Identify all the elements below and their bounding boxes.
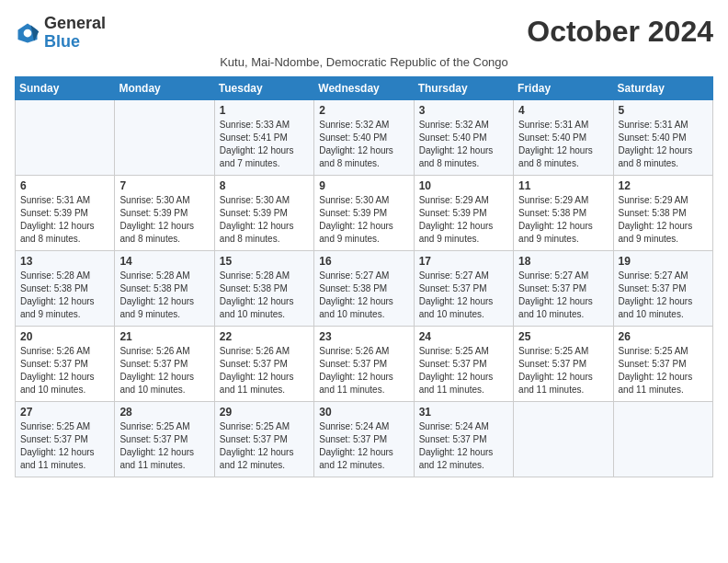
day-number: 21 xyxy=(119,330,209,343)
day-number: 13 xyxy=(20,255,109,268)
day-number: 31 xyxy=(419,406,508,419)
day-info: Sunrise: 5:31 AMSunset: 5:40 PMDaylight:… xyxy=(619,119,708,170)
day-number: 6 xyxy=(20,179,109,192)
calendar-cell: 2Sunrise: 5:32 AMSunset: 5:40 PMDaylight… xyxy=(314,99,414,175)
day-number: 28 xyxy=(119,406,209,419)
day-info: Sunrise: 5:33 AMSunset: 5:41 PMDaylight:… xyxy=(220,119,309,170)
calendar-cell: 15Sunrise: 5:28 AMSunset: 5:38 PMDayligh… xyxy=(214,250,313,326)
title-block: October 2024 xyxy=(527,15,713,49)
calendar-cell: 13Sunrise: 5:28 AMSunset: 5:38 PMDayligh… xyxy=(16,250,115,326)
day-info: Sunrise: 5:25 AMSunset: 5:37 PMDaylight:… xyxy=(119,420,209,472)
logo-general-text: General xyxy=(44,14,106,32)
subtitle: Kutu, Mai-Ndombe, Democratic Republic of… xyxy=(15,55,713,69)
calendar-cell: 11Sunrise: 5:29 AMSunset: 5:38 PMDayligh… xyxy=(514,175,613,250)
day-number: 20 xyxy=(20,330,109,343)
col-tuesday: Tuesday xyxy=(214,76,313,99)
calendar-week-1: 1Sunrise: 5:33 AMSunset: 5:41 PMDaylight… xyxy=(16,99,713,175)
day-number: 25 xyxy=(518,330,608,343)
day-info: Sunrise: 5:24 AMSunset: 5:37 PMDaylight:… xyxy=(319,420,408,472)
day-number: 26 xyxy=(619,330,708,343)
day-info: Sunrise: 5:27 AMSunset: 5:37 PMDaylight:… xyxy=(419,270,508,321)
day-number: 27 xyxy=(20,406,109,419)
calendar-cell: 7Sunrise: 5:30 AMSunset: 5:39 PMDaylight… xyxy=(115,175,214,250)
col-wednesday: Wednesday xyxy=(314,76,414,99)
calendar-week-3: 13Sunrise: 5:28 AMSunset: 5:38 PMDayligh… xyxy=(16,250,713,326)
day-info: Sunrise: 5:25 AMSunset: 5:37 PMDaylight:… xyxy=(518,345,608,396)
day-info: Sunrise: 5:27 AMSunset: 5:37 PMDaylight:… xyxy=(518,270,608,321)
calendar-cell xyxy=(16,99,115,175)
calendar-cell: 17Sunrise: 5:27 AMSunset: 5:37 PMDayligh… xyxy=(414,250,513,326)
day-info: Sunrise: 5:25 AMSunset: 5:37 PMDaylight:… xyxy=(220,420,309,472)
logo-blue-text: Blue xyxy=(44,32,80,51)
day-info: Sunrise: 5:27 AMSunset: 5:38 PMDaylight:… xyxy=(319,270,408,321)
col-saturday: Saturday xyxy=(613,76,712,99)
day-number: 9 xyxy=(319,179,408,192)
day-info: Sunrise: 5:29 AMSunset: 5:39 PMDaylight:… xyxy=(419,194,508,246)
day-number: 11 xyxy=(518,179,608,192)
day-number: 4 xyxy=(518,104,608,117)
day-info: Sunrise: 5:25 AMSunset: 5:37 PMDaylight:… xyxy=(20,420,109,472)
day-info: Sunrise: 5:28 AMSunset: 5:38 PMDaylight:… xyxy=(220,270,309,321)
day-info: Sunrise: 5:24 AMSunset: 5:37 PMDaylight:… xyxy=(419,420,508,472)
month-title: October 2024 xyxy=(527,15,713,49)
day-number: 2 xyxy=(319,104,408,117)
day-number: 17 xyxy=(419,255,508,268)
day-info: Sunrise: 5:30 AMSunset: 5:39 PMDaylight:… xyxy=(220,194,309,246)
day-info: Sunrise: 5:32 AMSunset: 5:40 PMDaylight:… xyxy=(319,119,408,170)
calendar-cell: 31Sunrise: 5:24 AMSunset: 5:37 PMDayligh… xyxy=(414,401,513,477)
calendar-cell: 4Sunrise: 5:31 AMSunset: 5:40 PMDaylight… xyxy=(514,99,613,175)
day-info: Sunrise: 5:26 AMSunset: 5:37 PMDaylight:… xyxy=(20,345,109,396)
calendar-cell: 19Sunrise: 5:27 AMSunset: 5:37 PMDayligh… xyxy=(613,250,712,326)
logo-icon xyxy=(15,20,40,46)
calendar-cell xyxy=(115,99,214,175)
day-number: 29 xyxy=(220,406,309,419)
calendar-cell xyxy=(514,401,613,477)
calendar-week-4: 20Sunrise: 5:26 AMSunset: 5:37 PMDayligh… xyxy=(16,326,713,401)
day-info: Sunrise: 5:27 AMSunset: 5:37 PMDaylight:… xyxy=(619,270,708,321)
day-info: Sunrise: 5:31 AMSunset: 5:40 PMDaylight:… xyxy=(518,119,608,170)
day-number: 22 xyxy=(220,330,309,343)
day-info: Sunrise: 5:26 AMSunset: 5:37 PMDaylight:… xyxy=(119,345,209,396)
day-info: Sunrise: 5:25 AMSunset: 5:37 PMDaylight:… xyxy=(619,345,708,396)
col-thursday: Thursday xyxy=(414,76,513,99)
day-number: 7 xyxy=(119,179,209,192)
header-row: Sunday Monday Tuesday Wednesday Thursday… xyxy=(16,76,713,99)
day-info: Sunrise: 5:31 AMSunset: 5:39 PMDaylight:… xyxy=(20,194,109,246)
logo: General Blue xyxy=(15,15,106,52)
day-info: Sunrise: 5:26 AMSunset: 5:37 PMDaylight:… xyxy=(220,345,309,396)
day-number: 18 xyxy=(518,255,608,268)
day-info: Sunrise: 5:30 AMSunset: 5:39 PMDaylight:… xyxy=(119,194,209,246)
calendar-cell: 1Sunrise: 5:33 AMSunset: 5:41 PMDaylight… xyxy=(214,99,313,175)
day-number: 1 xyxy=(220,104,309,117)
calendar-cell: 9Sunrise: 5:30 AMSunset: 5:39 PMDaylight… xyxy=(314,175,414,250)
calendar-cell: 25Sunrise: 5:25 AMSunset: 5:37 PMDayligh… xyxy=(514,326,613,401)
page-header: General Blue October 2024 xyxy=(15,15,713,52)
calendar-cell: 5Sunrise: 5:31 AMSunset: 5:40 PMDaylight… xyxy=(613,99,712,175)
calendar-cell: 12Sunrise: 5:29 AMSunset: 5:38 PMDayligh… xyxy=(613,175,712,250)
calendar-cell: 24Sunrise: 5:25 AMSunset: 5:37 PMDayligh… xyxy=(414,326,513,401)
day-number: 23 xyxy=(319,330,408,343)
day-number: 5 xyxy=(619,104,708,117)
calendar-cell: 22Sunrise: 5:26 AMSunset: 5:37 PMDayligh… xyxy=(214,326,313,401)
calendar-cell: 30Sunrise: 5:24 AMSunset: 5:37 PMDayligh… xyxy=(314,401,414,477)
calendar-cell: 20Sunrise: 5:26 AMSunset: 5:37 PMDayligh… xyxy=(16,326,115,401)
day-number: 8 xyxy=(220,179,309,192)
day-number: 24 xyxy=(419,330,508,343)
calendar-cell: 26Sunrise: 5:25 AMSunset: 5:37 PMDayligh… xyxy=(613,326,712,401)
day-number: 16 xyxy=(319,255,408,268)
calendar-cell: 18Sunrise: 5:27 AMSunset: 5:37 PMDayligh… xyxy=(514,250,613,326)
calendar-cell: 3Sunrise: 5:32 AMSunset: 5:40 PMDaylight… xyxy=(414,99,513,175)
day-number: 10 xyxy=(419,179,508,192)
calendar-cell: 23Sunrise: 5:26 AMSunset: 5:37 PMDayligh… xyxy=(314,326,414,401)
day-info: Sunrise: 5:25 AMSunset: 5:37 PMDaylight:… xyxy=(419,345,508,396)
calendar-cell: 14Sunrise: 5:28 AMSunset: 5:38 PMDayligh… xyxy=(115,250,214,326)
day-info: Sunrise: 5:28 AMSunset: 5:38 PMDaylight:… xyxy=(119,270,209,321)
col-friday: Friday xyxy=(514,76,613,99)
calendar-cell: 8Sunrise: 5:30 AMSunset: 5:39 PMDaylight… xyxy=(214,175,313,250)
calendar-table: Sunday Monday Tuesday Wednesday Thursday… xyxy=(15,76,713,477)
day-number: 3 xyxy=(419,104,508,117)
day-info: Sunrise: 5:29 AMSunset: 5:38 PMDaylight:… xyxy=(619,194,708,246)
calendar-cell xyxy=(613,401,712,477)
calendar-cell: 16Sunrise: 5:27 AMSunset: 5:38 PMDayligh… xyxy=(314,250,414,326)
day-number: 19 xyxy=(619,255,708,268)
